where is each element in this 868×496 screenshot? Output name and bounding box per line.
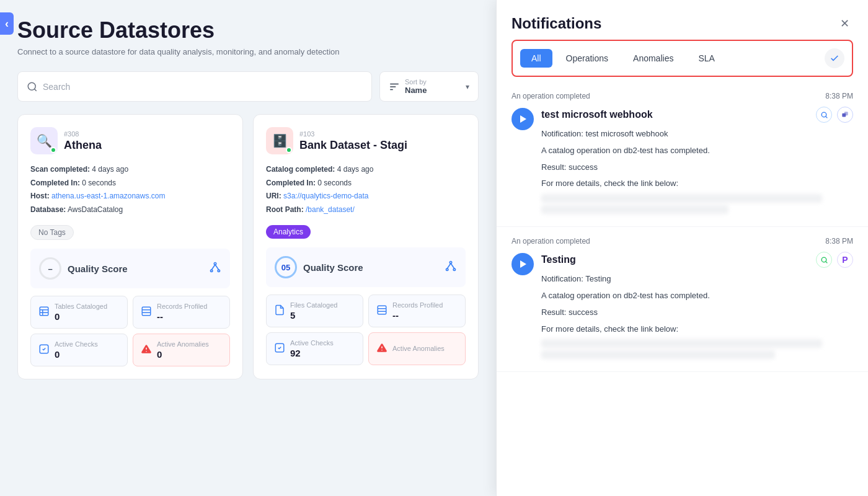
search-box[interactable]: Search <box>17 71 372 102</box>
card-athena: 🔍 #308 Athena Scan completed: 4 days ago… <box>17 114 243 379</box>
notif-msg-1a: Notification: test microsoft webhook <box>541 128 853 141</box>
file-icon <box>274 304 285 318</box>
card-header-bank: 🗄️ #103 Bank Dataset - Stagi <box>266 127 466 154</box>
sort-icon <box>389 81 400 92</box>
svg-point-30 <box>381 350 383 351</box>
page-subtitle: Connect to a source datastore for data q… <box>17 47 479 56</box>
read-all-button[interactable] <box>825 48 844 68</box>
svg-rect-10 <box>40 307 48 316</box>
card-name-athena: Athena <box>64 139 230 152</box>
quality-score-label-bank: Quality Score <box>303 262 363 273</box>
stat-checks-athena: Active Checks 0 <box>30 334 128 366</box>
check-icon-bank <box>274 342 285 356</box>
stat-tables-athena: Tables Cataloged 0 <box>30 296 128 329</box>
stat-records-athena: Records Profiled -- <box>133 296 230 329</box>
notif-tabs: All Operations Anomalies SLA <box>512 40 853 77</box>
card-logo-athena: 🔍 <box>30 127 58 154</box>
quality-score-label-athena: Quality Score <box>68 264 128 274</box>
quality-score-bank: 05 Quality Score <box>266 247 466 287</box>
notif-msg-1d: For more details, check the link below: <box>541 177 853 190</box>
stat-anomalies-athena: Active Anomalies 0 <box>133 334 230 366</box>
stat-records-bank: Records Profiled -- <box>368 294 466 327</box>
notif-title: Notifications <box>512 15 601 32</box>
tag-athena: No Tags <box>30 225 74 240</box>
card-bank: 🗄️ #103 Bank Dataset - Stagi Catalog com… <box>253 114 479 379</box>
notif-msg-2d: For more details, check the link below: <box>541 323 853 336</box>
stat-anomalies-bank: Active Anomalies <box>368 332 466 365</box>
network-icon-bank <box>445 260 457 275</box>
search-placeholder: Search <box>43 82 70 92</box>
notif-close-button[interactable]: ✕ <box>836 15 853 32</box>
stats-grid-athena: Tables Cataloged 0 Records Profiled -- <box>30 296 230 366</box>
notif-content-2: Testing P Notification: Testing A catalo… <box>541 252 853 361</box>
svg-line-24 <box>451 264 454 268</box>
svg-rect-14 <box>142 307 151 316</box>
card-header-athena: 🔍 #308 Athena <box>30 127 230 154</box>
play-icon-2 <box>520 260 526 268</box>
svg-line-9 <box>215 265 219 270</box>
notif-teams-icon-1[interactable] <box>837 107 853 123</box>
tab-operations[interactable]: Operations <box>555 49 619 68</box>
svg-point-21 <box>446 268 448 270</box>
quality-circle-bank: 05 <box>275 256 297 278</box>
notif-name-1: test microsoft webhook <box>541 109 653 120</box>
notif-content-1: test microsoft webhook <box>541 107 853 216</box>
tab-all[interactable]: All <box>520 49 552 68</box>
card-details-bank: Catalog completed: 4 days ago Completed … <box>266 163 466 216</box>
page-header: Source Datastores Connect to a source da… <box>0 0 496 56</box>
notifications-panel: Notifications ✕ All Operations Anomalies… <box>496 0 868 496</box>
notif-msg-1c: Result: success <box>541 161 853 174</box>
back-button[interactable] <box>0 12 14 35</box>
page-title: Source Datastores <box>17 17 479 43</box>
notif-name-2: Testing <box>541 254 576 265</box>
status-dot-bank <box>286 147 292 153</box>
notif-play-btn-1[interactable] <box>512 108 534 130</box>
stats-grid-bank: Files Cataloged 5 Records Profiled -- <box>266 294 466 365</box>
svg-rect-25 <box>378 306 386 314</box>
root-link-bank[interactable]: /bank_dataset/ <box>306 205 355 214</box>
notif-blurred-1b <box>541 205 728 214</box>
sort-label: Sort by Name <box>405 78 427 95</box>
stat-files-bank: Files Cataloged 5 <box>266 294 363 327</box>
notif-item-1: An operation completed 8:38 PM test micr… <box>497 82 868 227</box>
notif-action-icons-2: P <box>816 252 853 268</box>
svg-point-7 <box>218 270 219 272</box>
notif-play-btn-2[interactable] <box>512 253 534 275</box>
uri-link-bank[interactable]: s3a://qualytics-demo-data <box>283 192 368 200</box>
records-icon <box>141 306 152 319</box>
table-icon <box>38 306 50 319</box>
card-number-bank: #103 <box>299 130 466 138</box>
tab-sla[interactable]: SLA <box>687 49 725 68</box>
notif-msg-2a: Notification: Testing <box>541 273 853 286</box>
status-dot-athena <box>50 147 56 153</box>
warning-icon-athena <box>141 343 152 357</box>
notif-action-icons-1 <box>816 107 853 123</box>
notif-msg-2b: A catalog operation on db2-test has comp… <box>541 290 853 303</box>
svg-rect-34 <box>844 112 848 115</box>
quality-score-athena: – Quality Score <box>30 249 230 288</box>
main-content: Source Datastores Connect to a source da… <box>0 0 496 496</box>
cards-container: 🔍 #308 Athena Scan completed: 4 days ago… <box>0 114 496 379</box>
sort-box[interactable]: Sort by Name ▾ <box>379 71 479 102</box>
svg-line-1 <box>34 89 36 91</box>
svg-line-36 <box>825 261 827 263</box>
notif-blurred-1a <box>541 194 822 203</box>
svg-line-8 <box>211 265 215 270</box>
notif-header: Notifications ✕ <box>497 0 868 32</box>
notif-msg-1b: A catalog operation on db2-test has comp… <box>541 144 853 157</box>
card-name-section-bank: #103 Bank Dataset - Stagi <box>299 130 466 152</box>
tag-bank: Analytics <box>266 225 311 239</box>
toolbar: Search Sort by Name ▾ <box>0 71 496 102</box>
card-name-bank: Bank Dataset - Stagi <box>299 139 466 152</box>
notif-search-icon-2[interactable] <box>816 252 832 268</box>
card-name-section-athena: #308 Athena <box>64 130 230 152</box>
svg-point-22 <box>453 268 455 270</box>
quality-circle-athena: – <box>39 257 61 280</box>
notif-purple-icon-2[interactable]: P <box>837 252 853 268</box>
notif-search-icon-1[interactable] <box>816 107 832 123</box>
host-link-athena[interactable]: athena.us-east-1.amazonaws.com <box>51 192 165 200</box>
tab-anomalies[interactable]: Anomalies <box>622 49 684 68</box>
warning-icon-bank <box>376 342 388 356</box>
search-icon <box>27 81 38 92</box>
records-icon-bank <box>376 304 388 318</box>
